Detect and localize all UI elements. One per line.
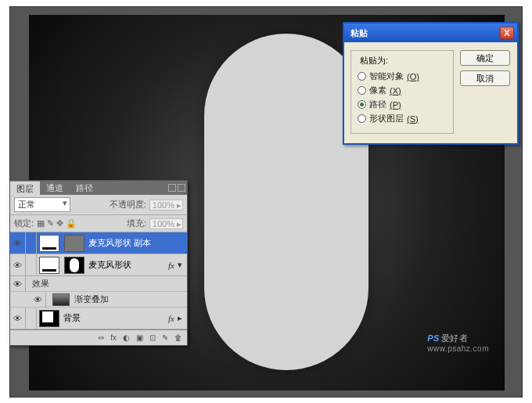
radio-icon (358, 86, 366, 95)
layer-thumb[interactable] (39, 257, 59, 274)
option-pixels[interactable]: 像素(X) (358, 85, 447, 96)
add-mask-icon[interactable]: ◐ (123, 333, 130, 342)
fill-label: 填充: (127, 218, 146, 229)
new-group-icon[interactable]: ▣ (136, 333, 143, 342)
fx-gradient-overlay[interactable]: 👁 渐变叠加 (10, 292, 187, 308)
lock-buttons[interactable]: ▦ ✎ ✥ 🔒 (37, 218, 77, 228)
chevron-down-icon[interactable]: ▾ (178, 260, 187, 270)
visibility-icon[interactable]: 👁 (10, 232, 26, 254)
lock-label: 锁定: (14, 218, 34, 229)
watermark-url: www.psahz.com (427, 344, 489, 353)
blend-mode-select[interactable]: 正常 (14, 197, 70, 212)
adjustment-layer-icon[interactable]: ⊡ (149, 333, 156, 342)
layer-background[interactable]: 👁 背景 fx ▸ (10, 308, 187, 329)
close-icon[interactable]: X (500, 27, 514, 39)
radio-icon (358, 72, 366, 81)
watermark: PS爱好者 www.psahz.com (427, 333, 489, 353)
tab-paths[interactable]: 路径 (70, 181, 99, 195)
fx-icon[interactable]: fx (165, 314, 178, 323)
layer-mic[interactable]: 👁 麦克风形状 fx ▾ (10, 254, 187, 276)
dialog-title: 粘贴 (350, 27, 368, 39)
layer-mic-copy[interactable]: 👁 麦克风形状 副本 (10, 232, 187, 254)
visibility-icon[interactable]: 👁 (10, 308, 26, 329)
paste-as-group: 粘贴为: 智能对象(O) 像素(X) 路径(P) 形状图层(S) (350, 50, 454, 134)
layer-list: 👁 麦克风形状 副本 👁 麦克风形状 fx ▾ 👁 效果 👁 渐变叠加 👁 (10, 232, 187, 329)
tab-layers[interactable]: 图层 (10, 181, 40, 195)
visibility-icon[interactable]: 👁 (10, 254, 26, 276)
radio-icon (358, 114, 366, 123)
fx-group[interactable]: 👁 效果 (10, 276, 187, 292)
option-smart-object[interactable]: 智能对象(O) (358, 70, 447, 82)
watermark-logo: PS (427, 333, 440, 343)
layer-mask-thumb[interactable] (64, 235, 84, 252)
option-shape-layer[interactable]: 形状图层(S) (358, 113, 447, 124)
cancel-button[interactable]: 取消 (460, 70, 510, 86)
visibility-icon[interactable]: 👁 (10, 276, 26, 292)
tab-channels[interactable]: 通道 (40, 181, 70, 195)
layers-panel: 图层 通道 路径 正常 不透明度: 100% 锁定: ▦ ✎ ✥ 🔒 填充: 1… (9, 180, 188, 346)
layer-thumb[interactable] (39, 310, 59, 327)
panel-close-icon[interactable] (178, 184, 185, 192)
chevron-right-icon[interactable]: ▸ (178, 313, 187, 323)
layer-mask-thumb[interactable] (64, 257, 84, 274)
dialog-titlebar[interactable]: 粘贴 X (344, 23, 517, 42)
paste-as-legend: 粘贴为: (358, 55, 390, 67)
new-layer-icon[interactable]: ✎ (162, 333, 168, 342)
panel-footer: ⇔ fx ◐ ▣ ⊡ ✎ 🗑 (10, 329, 187, 345)
visibility-icon[interactable]: 👁 (31, 292, 46, 308)
link-layers-icon[interactable]: ⇔ (98, 333, 104, 342)
fill-input[interactable]: 100% (149, 218, 183, 229)
trash-icon[interactable]: 🗑 (174, 333, 182, 342)
opacity-label: 不透明度: (110, 199, 146, 210)
paste-dialog: 粘贴 X 粘贴为: 智能对象(O) 像素(X) 路径(P) 形状图层(S) 确 (343, 22, 519, 145)
ok-button[interactable]: 确定 (460, 50, 510, 66)
layer-thumb[interactable] (39, 235, 59, 252)
radio-icon (358, 100, 366, 109)
fx-icon[interactable]: fx (165, 261, 178, 270)
option-path[interactable]: 路径(P) (358, 99, 447, 110)
panel-collapse-icon[interactable] (168, 184, 176, 192)
effect-swatch (52, 293, 70, 306)
add-fx-icon[interactable]: fx (110, 333, 117, 342)
panel-tabs: 图层 通道 路径 (10, 181, 187, 195)
opacity-input[interactable]: 100% (149, 200, 183, 210)
